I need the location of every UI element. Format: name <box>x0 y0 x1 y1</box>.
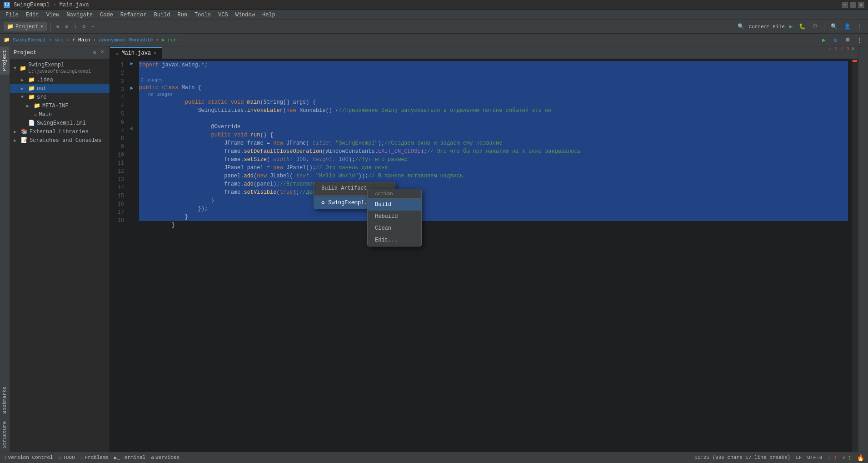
title-bar-left: IJ SwingExempl - Main.java <box>4 2 89 8</box>
status-encoding[interactable]: UTF-8 <box>807 455 822 460</box>
tab-java-icon: ☕ <box>115 50 119 57</box>
toolbar-sort-btn[interactable]: ↕ <box>72 23 79 31</box>
menu-build[interactable]: Build <box>150 11 174 19</box>
status-lf[interactable]: LF <box>796 455 802 460</box>
submenu-clean[interactable]: Clean <box>368 222 421 234</box>
sidebar-tab-bookmarks[interactable]: Bookmarks <box>0 383 10 417</box>
breadcrumb-anon: anonymous Runnable <box>99 37 153 43</box>
status-bar: ↕ Version Control ☑ TODO ⚠ Problems ▶_ T… <box>0 452 868 463</box>
tree-meta-inf[interactable]: ▶ 📁 META-INF <box>10 101 110 110</box>
title-bar: IJ SwingExempl - Main.java − □ × <box>0 0 868 10</box>
toolbar-debug-icon[interactable]: 🐛 <box>797 22 808 31</box>
tree-out[interactable]: ▶ 📁 out <box>10 84 110 93</box>
status-terminal[interactable]: ▶_ Terminal <box>114 455 145 461</box>
run-more-button[interactable]: ⋮ <box>854 35 864 45</box>
status-warnings: ⚡ 1 <box>842 455 851 461</box>
menu-help[interactable]: Help <box>259 11 279 19</box>
tree-root[interactable]: ▼ 📁 SwingExempl E:\javasoft\SwingExempl <box>10 61 110 75</box>
out-folder-icon: 📁 <box>28 85 35 92</box>
toolbar-settings-btn[interactable]: ⚙ <box>80 22 87 31</box>
breadcrumb-run: ▶ run <box>162 37 177 43</box>
status-problems[interactable]: ⚠ Problems <box>80 455 109 461</box>
idea-folder-icon: 📁 <box>28 76 35 83</box>
menu-tools[interactable]: Tools <box>191 11 215 19</box>
todo-icon: ☑ <box>59 455 62 461</box>
code-content[interactable]: import javax.swing.*; 2 usages public cl… <box>135 59 852 452</box>
menu-refactor[interactable]: Refactor <box>117 11 150 19</box>
menu-edit[interactable]: Edit <box>22 11 43 19</box>
run-stop-button[interactable]: ⏹ <box>843 35 853 45</box>
toolbar-profile-icon[interactable]: ▶ <box>788 22 794 31</box>
submenu-build[interactable]: Build <box>368 199 421 211</box>
tree-arrow-idea: ▶ <box>21 77 26 83</box>
code-editor[interactable]: 1 2 3 3 4 4 5 6 7 8 9 10 11 12 13 14 15 … <box>110 59 858 452</box>
toolbar-collapse-btn[interactable]: − <box>90 23 96 31</box>
project-dropdown[interactable]: 📁 Project ▾ <box>4 22 47 31</box>
menu-run[interactable]: Run <box>174 11 191 19</box>
tree-root-label: SwingExempl E:\javasoft\SwingExempl <box>28 62 106 75</box>
tab-more-btn[interactable]: ⋮ <box>846 53 858 59</box>
close-button[interactable]: × <box>858 2 864 8</box>
file-tree: ▼ 📁 SwingExempl E:\javasoft\SwingExempl … <box>10 59 110 452</box>
toolbar-user-icon[interactable]: 👤 <box>842 22 853 31</box>
usage-hint-3: 2 usages <box>139 77 848 84</box>
meta-folder-icon: 📁 <box>34 102 40 109</box>
project-tool-close[interactable]: × <box>99 48 106 57</box>
menu-window[interactable]: Window <box>232 11 259 19</box>
code-line-5: SwingUtilities.invokeLater(new Runnable(… <box>139 106 848 115</box>
toolbar-sync-btn[interactable]: ⊕ <box>55 22 61 31</box>
menu-code[interactable]: Code <box>96 11 117 19</box>
status-services[interactable]: ⚙ Services <box>151 455 179 461</box>
run-reload-button[interactable]: ↻ <box>831 35 841 45</box>
right-sidebar-tabs <box>858 46 868 452</box>
tree-scratches[interactable]: ▶ 📝 Scratches and Consoles <box>10 136 110 145</box>
tab-main-label: Main.java <box>121 50 151 56</box>
toolbar-profile2-icon[interactable]: ⏱ <box>810 22 819 31</box>
tree-arrow-ext: ▶ <box>14 129 19 135</box>
tab-main-java[interactable]: ☕ Main.java × <box>110 47 162 59</box>
scratches-icon: 📝 <box>21 137 28 144</box>
tree-arrow-meta: ▶ <box>26 103 32 109</box>
tree-main-java[interactable]: ▶ ☕ Main <box>10 110 110 119</box>
tree-iml[interactable]: ▶ 📄 SwingExempl.iml <box>10 119 110 127</box>
status-vcs[interactable]: ↕ Version Control <box>4 455 53 460</box>
tree-arrow-root: ▼ <box>14 66 18 71</box>
breadcrumb-sep1: › <box>49 37 52 43</box>
status-todo[interactable]: ☑ TODO <box>59 455 75 461</box>
editor-tabs: ☕ Main.java × ⋮ <box>110 46 858 59</box>
toolbar-list-btn[interactable]: ≡ <box>63 23 70 31</box>
tree-ext-libs[interactable]: ▶ 📚 External Libraries <box>10 127 110 136</box>
code-line-1: import javax.swing.*; <box>139 61 848 69</box>
tab-close-btn[interactable]: × <box>154 51 156 56</box>
tree-src[interactable]: ▼ 📁 src <box>10 93 110 101</box>
left-sidebar-tabs: Project Bookmarks Structure <box>0 46 10 452</box>
project-panel-tools: ⚙ × <box>91 48 106 57</box>
tree-meta-label: META-INF <box>42 103 69 109</box>
tree-idea[interactable]: ▶ 📁 .idea <box>10 75 110 84</box>
toolbar-current-file: Current File <box>749 24 785 30</box>
toolbar-search2-icon[interactable]: 🔍 <box>829 22 839 31</box>
minimize-button[interactable]: − <box>842 2 848 8</box>
code-line-12: JPanel panel = new JPanel();// Это панел… <box>139 164 848 172</box>
toolbar-more-icon[interactable]: ⋮ <box>855 22 864 31</box>
tree-out-label: out <box>37 86 47 92</box>
submenu-rebuild[interactable]: Rebuild <box>368 211 421 222</box>
breadcrumb-src: src <box>55 37 64 43</box>
right-error-stripe <box>852 59 858 452</box>
maximize-button[interactable]: □ <box>850 2 856 8</box>
menu-vcs[interactable]: VCS <box>215 11 232 19</box>
toolbar-search-icon[interactable]: 🔍 <box>736 22 746 31</box>
project-tool-gear[interactable]: ⚙ <box>91 48 98 57</box>
menu-file[interactable]: File <box>2 11 22 19</box>
tree-scratches-label: Scratches and Consoles <box>30 137 101 144</box>
window-title: SwingExempl - Main.java <box>14 2 89 8</box>
sidebar-tab-project[interactable]: Project <box>0 46 10 75</box>
code-line-2 <box>139 69 848 77</box>
menu-navigate[interactable]: Navigate <box>63 11 96 19</box>
sidebar-tab-structure[interactable]: Structure <box>0 418 10 452</box>
status-fire: 🔥 <box>857 454 864 462</box>
menu-view[interactable]: View <box>43 11 63 19</box>
breadcrumb-main: ⚡ Main <box>72 37 90 43</box>
run-play-button[interactable]: ▶ <box>819 35 829 45</box>
submenu-edit[interactable]: Edit... <box>368 234 421 246</box>
